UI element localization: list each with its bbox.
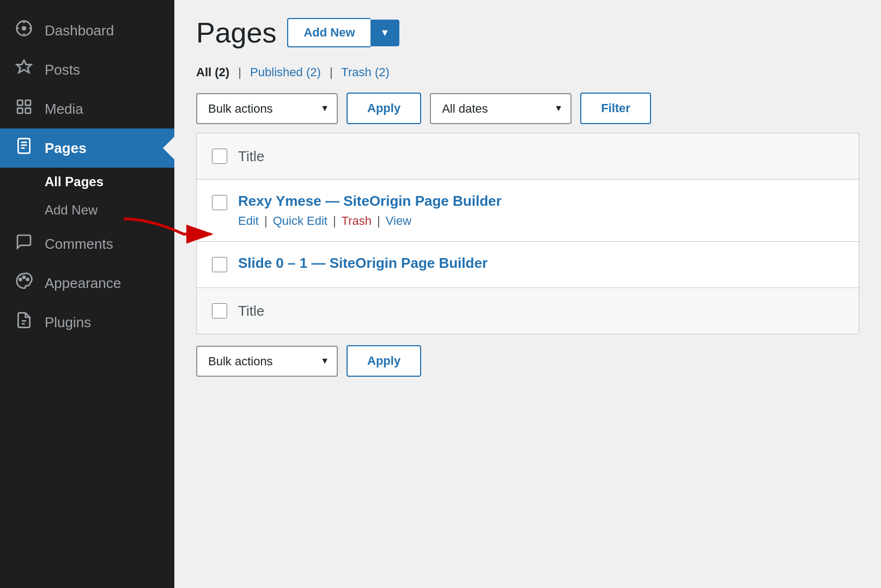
filter-all-link[interactable]: All (2)	[196, 65, 233, 79]
sidebar-item-label: Dashboard	[45, 22, 114, 39]
comments-icon	[13, 233, 35, 255]
row1-title-link[interactable]: Rexy Ymese — SiteOrigin Page Builder	[238, 193, 502, 209]
svg-point-14	[19, 278, 21, 280]
filter-separator-2: |	[330, 65, 333, 79]
all-dates-select[interactable]: All dates	[430, 93, 572, 124]
apply-button-bottom[interactable]: Apply	[347, 345, 421, 377]
footer-title-label: Title	[238, 303, 264, 319]
sidebar: Dashboard Posts Media	[0, 0, 174, 588]
svg-point-15	[23, 276, 25, 278]
sidebar-item-plugins[interactable]: Plugins	[0, 303, 174, 342]
sidebar-item-label: Plugins	[45, 314, 91, 331]
red-arrow-annotation	[118, 213, 227, 243]
dashboard-icon	[13, 20, 35, 41]
submenu-item-all-pages[interactable]: All Pages	[0, 168, 174, 196]
sidebar-item-label: Posts	[45, 62, 80, 78]
svg-rect-6	[17, 100, 22, 105]
plugins-icon	[13, 311, 35, 333]
table-footer-row: Title	[197, 288, 859, 334]
select-all-checkbox-col	[212, 146, 227, 166]
sidebar-item-appearance[interactable]: Appearance	[0, 264, 174, 303]
add-new-button-group: Add New ▼	[287, 18, 399, 47]
svg-rect-9	[26, 108, 31, 113]
svg-rect-8	[17, 108, 22, 113]
bulk-actions-select-bottom[interactable]: Bulk actions Edit Move to Trash	[196, 346, 338, 377]
posts-icon	[13, 59, 35, 81]
bulk-actions-wrapper-top: Bulk actions Edit Move to Trash	[196, 93, 338, 124]
footer-title-col: Title	[238, 303, 843, 320]
svg-point-16	[27, 278, 29, 280]
row2-checkbox[interactable]	[212, 257, 227, 272]
table-row: Rexy Ymese — SiteOrigin Page Builder Edi…	[197, 180, 859, 242]
row1-quick-edit-link[interactable]: Quick Edit	[273, 214, 327, 228]
filter-published-link[interactable]: Published (2)	[250, 65, 324, 79]
pages-icon	[13, 137, 35, 159]
table-header-row: Title	[197, 133, 859, 180]
bulk-actions-wrapper-bottom: Bulk actions Edit Move to Trash	[196, 346, 338, 377]
table-row: Slide 0 – 1 — SiteOrigin Page Builder	[197, 242, 859, 288]
sidebar-item-label: Appearance	[45, 275, 121, 292]
filter-separator-1: |	[238, 65, 241, 79]
row1-checkbox-col	[212, 193, 227, 212]
row1-checkbox[interactable]	[212, 195, 227, 210]
all-dates-wrapper: All dates	[430, 93, 572, 124]
sidebar-item-posts[interactable]: Posts	[0, 50, 174, 89]
select-all-bottom-checkbox[interactable]	[212, 303, 227, 318]
main-content: Pages Add New ▼ All (2) | Published (2) …	[174, 0, 881, 588]
media-icon	[13, 98, 35, 120]
title-column-label: Title	[238, 148, 264, 164]
sidebar-item-label: Media	[45, 101, 83, 118]
filter-trash-link[interactable]: Trash (2)	[341, 65, 389, 79]
top-toolbar: Bulk actions Edit Move to Trash Apply Al…	[196, 93, 859, 124]
apply-button-top[interactable]: Apply	[347, 93, 421, 124]
row2-checkbox-col	[212, 255, 227, 274]
row2-title-link[interactable]: Slide 0 – 1 — SiteOrigin Page Builder	[238, 255, 488, 271]
select-all-bottom-checkbox-col	[212, 301, 227, 321]
sidebar-item-pages[interactable]: Pages	[0, 128, 174, 168]
sidebar-item-label: Pages	[45, 140, 87, 157]
add-new-dropdown-button[interactable]: ▼	[370, 20, 400, 46]
filter-links: All (2) | Published (2) | Trash (2)	[196, 65, 859, 79]
sidebar-item-media[interactable]: Media	[0, 89, 174, 128]
row1-title-col: Rexy Ymese — SiteOrigin Page Builder Edi…	[238, 193, 843, 228]
add-new-main-button[interactable]: Add New	[287, 18, 370, 47]
sidebar-item-label: Comments	[45, 236, 113, 253]
row1-edit-link[interactable]: Edit	[238, 214, 259, 228]
svg-rect-7	[26, 100, 31, 105]
page-header: Pages Add New ▼	[196, 16, 859, 49]
filter-button[interactable]: Filter	[580, 93, 651, 124]
bottom-toolbar: Bulk actions Edit Move to Trash Apply	[196, 345, 859, 377]
row1-view-link[interactable]: View	[386, 214, 411, 228]
column-header-title: Title	[238, 148, 843, 165]
row1-trash-link[interactable]: Trash	[342, 214, 372, 228]
pages-table: Title Rexy Ymese — SiteOrigin	[196, 133, 859, 334]
row2-title-col: Slide 0 – 1 — SiteOrigin Page Builder	[238, 255, 843, 272]
sidebar-item-dashboard[interactable]: Dashboard	[0, 11, 174, 50]
appearance-icon	[13, 272, 35, 294]
bulk-actions-select-top[interactable]: Bulk actions Edit Move to Trash	[196, 93, 338, 124]
select-all-checkbox[interactable]	[212, 149, 227, 164]
page-title: Pages	[196, 16, 276, 49]
svg-point-1	[22, 26, 26, 30]
row1-actions: Edit | Quick Edit | Trash | View	[238, 214, 843, 228]
